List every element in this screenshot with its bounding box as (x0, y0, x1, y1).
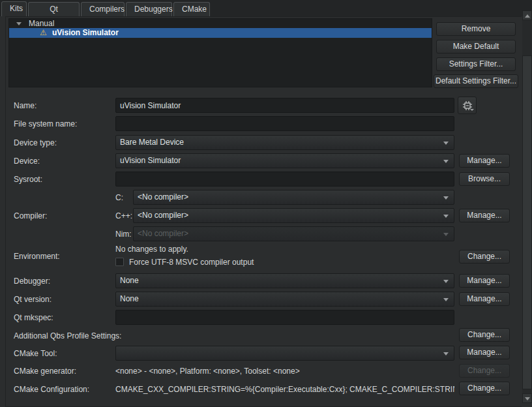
qt-version-label: Qt version: (14, 295, 52, 304)
cmake-tool-manage-button[interactable]: Manage... (459, 346, 510, 359)
compiler-cxx-select[interactable]: <No compiler> (133, 208, 454, 223)
compiler-nim-select: <No compiler> (133, 226, 454, 241)
device-manage-button[interactable]: Manage... (459, 154, 510, 168)
compiler-manage-button[interactable]: Manage... (459, 209, 510, 222)
tab-debuggers[interactable]: Debuggers (126, 2, 172, 16)
expand-arrow-icon[interactable] (16, 22, 22, 25)
kit-icon-button[interactable] (458, 97, 477, 114)
qt-mkspec-input[interactable] (115, 310, 454, 325)
cmake-tool-label: CMake Tool: (14, 349, 57, 358)
compiler-cxx-value: <No compiler> (138, 211, 188, 220)
cmake-generator-label: CMake generator: (14, 367, 76, 376)
tab-bar: Kits Qt Versions Compilers Debuggers CMa… (0, 0, 532, 16)
chevron-down-icon (443, 196, 449, 200)
kit-settings-window: Kits Qt Versions Compilers Debuggers CMa… (0, 0, 532, 407)
compiler-c-value: <No compiler> (138, 192, 188, 202)
force-utf8-checkbox[interactable] (115, 258, 124, 266)
make-default-button[interactable]: Make Default (436, 40, 516, 53)
vertical-scrollbar[interactable] (522, 10, 532, 403)
qbs-change-button[interactable]: Change... (459, 328, 510, 342)
tab-compilers[interactable]: Compilers (81, 2, 125, 16)
sysroot-label: Sysroot: (14, 175, 42, 184)
compiler-c-select[interactable]: <No compiler> (133, 190, 454, 205)
qt-mkspec-label: Qt mkspec: (14, 313, 53, 322)
device-select[interactable]: uVision Simulator (115, 153, 454, 168)
chevron-down-icon (443, 215, 449, 218)
kit-item-label: uVision Simulator (52, 28, 119, 37)
debugger-manage-button[interactable]: Manage... (459, 274, 510, 288)
qbs-profile-settings-label: Additional Qbs Profile Settings: (14, 331, 121, 340)
name-input[interactable] (115, 98, 454, 113)
compiler-label: Compiler: (14, 211, 47, 220)
chevron-down-icon (443, 142, 449, 145)
device-type-select[interactable]: Bare Metal Device (115, 135, 454, 150)
chevron-down-icon (443, 280, 449, 283)
cmake-configuration-label: CMake Configuration: (14, 385, 89, 394)
file-system-name-input[interactable] (115, 116, 454, 131)
warning-icon: ⚠ (40, 28, 47, 37)
compiler-nim-label: Nim: (115, 230, 132, 239)
environment-change-button[interactable]: Change... (459, 250, 510, 264)
kit-list[interactable]: Manual ⚠ uVision Simulator (8, 18, 432, 87)
device-type-label: Device type: (14, 138, 57, 147)
cmake-tool-select[interactable] (115, 346, 454, 361)
compiler-c-label: C: (115, 193, 123, 202)
kits-pane: Manual ⚠ uVision Simulator Remove Make D… (5, 16, 522, 407)
force-utf8-checkbox-label: Force UTF-8 MSVC compiler output (129, 258, 254, 267)
kit-group-manual[interactable]: Manual (9, 19, 432, 28)
tab-cmake[interactable]: CMake (173, 2, 210, 16)
chevron-down-icon (443, 233, 449, 236)
name-label: Name: (14, 101, 37, 110)
tab-kits[interactable]: Kits (1, 1, 27, 16)
tab-qt-versions[interactable]: Qt Versions (28, 2, 80, 16)
cmake-generator-value: <none> - <none>, Platform: <none>, Tools… (115, 367, 300, 376)
device-type-value: Bare Metal Device (120, 138, 184, 147)
cmake-configuration-change-button[interactable]: Change... (459, 382, 510, 395)
debugger-value: None (120, 276, 139, 285)
device-label: Device: (14, 157, 40, 166)
chevron-down-icon (443, 160, 449, 163)
compiler-cxx-label: C++: (115, 211, 132, 220)
chevron-down-icon (470, 109, 474, 111)
debugger-label: Debugger: (14, 277, 50, 286)
file-system-name-label: File system name: (14, 119, 77, 128)
default-settings-filter-button[interactable]: Default Settings Filter... (434, 74, 518, 88)
environment-label: Environment: (14, 252, 60, 261)
chevron-down-icon (443, 352, 449, 355)
debugger-select[interactable]: None (115, 273, 454, 288)
settings-filter-button[interactable]: Settings Filter... (436, 57, 516, 71)
qt-version-select[interactable]: None (115, 292, 454, 307)
cmake-generator-change-button: Change... (459, 364, 510, 378)
chevron-down-icon (443, 298, 449, 301)
kit-list-item-uvision-simulator[interactable]: ⚠ uVision Simulator (9, 28, 432, 38)
cmake-configuration-value: CMAKE_CXX_COMPILER:STRING=%{Compiler:Exe… (115, 385, 454, 394)
scroll-up-button[interactable] (522, 10, 532, 20)
scroll-down-button[interactable] (522, 393, 532, 403)
remove-button[interactable]: Remove (436, 22, 516, 36)
qt-version-value: None (120, 294, 139, 303)
kit-group-label: Manual (29, 19, 54, 28)
device-value: uVision Simulator (120, 156, 181, 165)
sysroot-input[interactable] (115, 172, 454, 187)
scrollbar-thumb[interactable] (522, 55, 532, 389)
environment-status: No changes to apply. (115, 245, 188, 254)
qt-version-manage-button[interactable]: Manage... (459, 292, 510, 306)
sysroot-browse-button[interactable]: Browse... (459, 172, 510, 186)
compiler-nim-value: <No compiler> (138, 229, 188, 238)
